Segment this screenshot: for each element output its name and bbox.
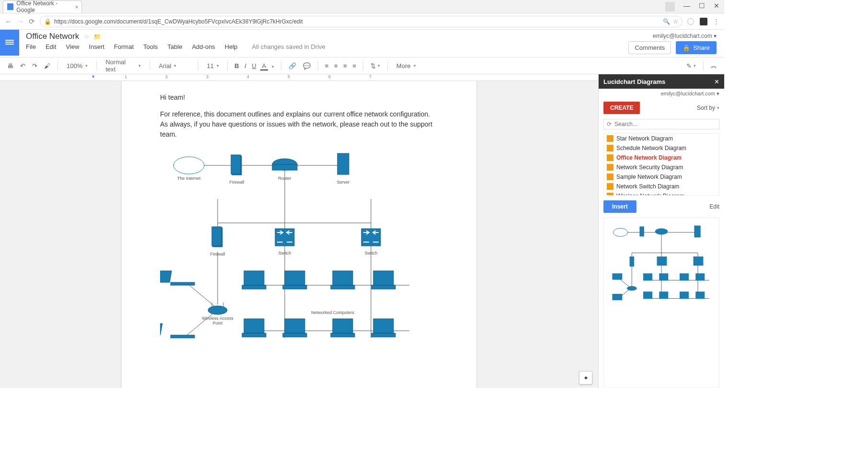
menu-insert[interactable]: Insert [89,43,104,50]
italic-icon[interactable]: I [243,62,248,70]
forward-icon[interactable]: → [17,17,24,25]
label-internet: The Internet [177,176,201,181]
folder-icon[interactable]: 📁 [93,33,101,40]
align-justify-icon[interactable]: ≡ [350,62,358,70]
svg-rect-38 [371,285,395,289]
text-color-icon[interactable]: A [260,62,268,70]
ruler[interactable]: ▼ 1 2 3 4 5 6 7 [0,74,598,81]
document-title[interactable]: Office Network [26,32,79,41]
more-dropdown[interactable]: More▾ [393,61,420,71]
maximize-icon[interactable]: ☐ [699,2,705,12]
svg-rect-72 [643,291,652,299]
undo-icon[interactable]: ↶ [18,61,28,71]
sidebar-close-icon[interactable]: ✕ [714,78,719,85]
svg-point-14 [174,157,204,174]
comment-icon[interactable]: 💬 [301,61,313,71]
star-doc-icon[interactable]: ☆ [84,33,90,40]
svg-rect-43 [333,319,353,333]
chrome-menu-icon[interactable]: ⋮ [713,18,719,25]
style-dropdown[interactable]: Normal text▾ [102,57,145,74]
diagram-list[interactable]: Star Network Diagram Schedule Network Di… [603,133,719,196]
tab-close-icon[interactable]: × [75,3,79,11]
align-left-icon[interactable]: ≡ [323,62,331,70]
ext-square-icon[interactable] [700,18,707,25]
label-router: Router [278,176,291,181]
align-center-icon[interactable]: ≡ [332,62,340,70]
menu-table[interactable]: Table [167,43,182,50]
account-icon[interactable] [665,2,675,12]
refresh-icon[interactable]: ⟳ [607,121,612,128]
svg-rect-40 [242,333,266,337]
diagram-item[interactable]: Network Security Diagram [604,163,719,172]
computers-row-2 [242,319,395,337]
star-icon[interactable]: ☆ [673,18,678,25]
menu-help[interactable]: Help [225,43,238,50]
menu-file[interactable]: File [26,43,36,50]
line-spacing-icon[interactable]: ⇅▾ [368,61,382,71]
align-right-icon[interactable]: ≡ [341,62,349,70]
diagram-item-selected[interactable]: Office Network Diagram [604,153,719,163]
font-size-dropdown[interactable]: 11▾ [203,61,222,71]
bold-icon[interactable]: B [232,62,241,70]
create-button[interactable]: CREATE [603,102,640,114]
ext-circle-icon[interactable] [687,18,694,25]
network-diagram[interactable]: The Internet Firewall Router Server Fir [160,146,438,348]
menu-addons[interactable]: Add-ons [192,43,215,50]
url-text: https://docs.google.com/document/d/1sqE_… [54,18,660,25]
label-wap-1: Wireless Access [202,316,233,321]
underline-icon[interactable]: U [250,62,258,70]
svg-rect-35 [333,271,353,285]
close-window-icon[interactable]: ✕ [714,2,719,12]
diagram-item[interactable]: Sample Network Diagram [604,172,719,182]
zoom-lens-icon[interactable]: 🔍 [663,18,670,25]
redo-icon[interactable]: ↷ [30,61,40,71]
svg-point-24 [208,306,227,314]
minimize-icon[interactable]: — [683,2,690,12]
insert-button[interactable]: Insert [603,200,637,213]
back-icon[interactable]: ← [5,17,12,25]
search-field[interactable] [614,121,716,128]
svg-rect-28 [171,282,195,285]
lock-share-icon: 🔒 [683,44,690,51]
print-icon[interactable]: 🖶 [5,61,16,71]
svg-rect-70 [680,273,689,280]
user-email-dropdown[interactable]: emilyc@lucidchart.com ▾ [628,33,717,39]
menu-edit[interactable]: Edit [46,43,56,50]
svg-rect-69 [659,273,668,280]
paint-format-icon[interactable]: 🖌 [42,61,53,71]
zoom-dropdown[interactable]: 100%▾ [63,61,92,71]
browser-tab[interactable]: Office Network - Google × [3,0,82,13]
sidebar-search-input[interactable]: ⟳ [603,119,719,129]
sortby-dropdown[interactable]: Sort by▾ [697,105,719,111]
svg-rect-64 [694,256,704,266]
collapse-panel-icon[interactable]: ︽ [708,60,719,71]
tab-title: Office Network - Google [16,0,75,13]
comments-button[interactable]: Comments [628,41,671,54]
svg-rect-19 [337,153,349,174]
text-color-dropdown-icon[interactable]: ▾ [270,64,276,69]
diagram-item[interactable]: Wireless Network Diagram [604,191,719,196]
menu-format[interactable]: Format [114,43,134,50]
svg-rect-59 [639,226,644,236]
diagram-item[interactable]: Schedule Network Diagram [604,143,719,153]
svg-rect-66 [612,273,622,279]
explore-button[interactable]: ✦ [579,371,592,384]
diagram-item[interactable]: Star Network Diagram [604,134,719,143]
menu-tools[interactable]: Tools [143,43,158,50]
url-input[interactable]: 🔒 https://docs.google.com/document/d/1sq… [40,16,683,27]
sidebar-email-dropdown[interactable]: emilyc@lucidchart.com ▾ [599,89,724,99]
editing-mode-icon[interactable]: ✎ ▾ [684,61,698,71]
diagram-item[interactable]: Network Switch Diagram [604,182,719,191]
page-scroll[interactable]: Hi team! For reference, this document ou… [0,74,598,388]
docs-logo[interactable] [0,30,19,56]
align-group: ≡ ≡ ≡ ≡ [323,62,358,70]
reload-icon[interactable]: ⟳ [29,17,35,26]
share-button[interactable]: 🔒 Share [676,41,717,54]
font-dropdown[interactable]: Arial▾ [155,61,193,71]
edit-link[interactable]: Edit [709,203,719,210]
menu-view[interactable]: View [66,43,79,50]
diagram-preview[interactable] [603,218,719,387]
document-page[interactable]: Hi team! For reference, this document ou… [122,81,476,388]
save-status: All changes saved in Drive [252,43,325,50]
link-icon[interactable]: 🔗 [286,61,299,71]
